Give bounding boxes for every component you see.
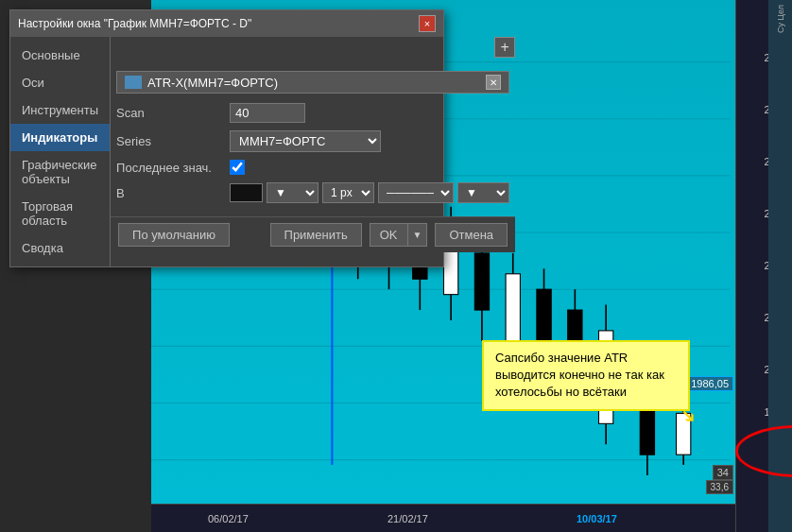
- last-value-label: Последнее знач.: [116, 161, 230, 175]
- series-label: Series: [116, 134, 230, 148]
- color-dropdown[interactable]: ▼: [267, 182, 319, 203]
- time-label-1: 06/02/17: [208, 513, 249, 524]
- default-button[interactable]: По умолчанию: [118, 223, 230, 247]
- extra-dropdown[interactable]: ▼: [457, 182, 509, 203]
- add-indicator-button[interactable]: +: [494, 37, 515, 58]
- series-row: Series ММН7=ФОРТС: [116, 130, 509, 152]
- indicator-header: ATR-X(ММН7=ФОРТС) ✕: [116, 71, 509, 94]
- ok-dropdown-arrow[interactable]: ▼: [408, 223, 428, 247]
- time-label-3: 10/03/17: [577, 513, 617, 524]
- indicator-remove-button[interactable]: ✕: [486, 75, 501, 90]
- sidebar-item-instrumenty[interactable]: Инструменты: [10, 96, 110, 124]
- atr-value-box2: 33,6: [706, 480, 733, 494]
- color-picker-button[interactable]: [230, 183, 263, 202]
- atr-value-box: 34: [713, 465, 733, 480]
- dialog-close-button[interactable]: ×: [419, 15, 436, 32]
- sidebar-item-torgovaya[interactable]: Торговая область: [10, 193, 110, 234]
- sidebar-label-1: Цел: [776, 5, 785, 21]
- series-select[interactable]: ММН7=ФОРТС: [230, 130, 381, 152]
- time-axis: 06/02/17 21/02/17 10/03/17: [151, 504, 735, 532]
- px-select[interactable]: 1 px 2 px 3 px: [322, 182, 374, 203]
- sidebar-item-osnovnye[interactable]: Основные: [10, 42, 110, 69]
- price-highlight-box: 1986,05: [686, 376, 733, 391]
- svg-rect-28: [506, 274, 520, 341]
- panel-content: + ATR-X(ММН7=ФОРТС) ✕ Scan Series ММН7=Ф: [111, 37, 515, 216]
- sidebar-label-2: Су: [776, 23, 785, 33]
- b-label: B: [116, 186, 230, 200]
- tooltip-annotation: Сапсибо значение ATR выводится конечно н…: [482, 340, 690, 411]
- sidebar-item-svodka[interactable]: Сводка: [10, 234, 110, 262]
- panel-right-wrapper: + ATR-X(ММН7=ФОРТС) ✕ Scan Series ММН7=Ф: [111, 37, 515, 266]
- dialog-title-bar: Настройки окна "График ММН7=ФОРТС - D" ×: [10, 10, 443, 37]
- dialog-title: Настройки окна "График ММН7=ФОРТС - D": [18, 17, 251, 30]
- dialog-body: Основные Оси Инструменты Индикаторы Граф…: [10, 37, 443, 266]
- line-style-select[interactable]: ─────── - - - -: [378, 182, 454, 203]
- last-value-row: Последнее знач.: [116, 160, 509, 175]
- nav-sidebar: Основные Оси Инструменты Индикаторы Граф…: [10, 37, 111, 266]
- sidebar-item-graficheskie[interactable]: Графические объекты: [10, 151, 110, 193]
- time-label-2: 21/02/17: [387, 513, 428, 524]
- scan-input[interactable]: [230, 103, 305, 123]
- settings-dialog: Настройки окна "График ММН7=ФОРТС - D" ×…: [9, 9, 444, 267]
- dialog-footer: По умолчанию Применить OK ▼ Отмена: [111, 216, 515, 252]
- cancel-button[interactable]: Отмена: [435, 223, 508, 247]
- scan-label: Scan: [116, 106, 230, 120]
- indicator-icon: [125, 76, 142, 89]
- ok-button[interactable]: OK: [370, 223, 408, 247]
- last-value-checkbox[interactable]: [230, 160, 245, 175]
- indicator-name: ATR-X(ММН7=ФОРТС): [147, 76, 486, 90]
- scan-row: Scan: [116, 103, 509, 123]
- ok-button-group: OK ▼: [370, 223, 428, 247]
- sidebar-item-osi[interactable]: Оси: [10, 69, 110, 96]
- b-row: B ▼ 1 px 2 px 3 px ───────: [116, 182, 509, 203]
- apply-button[interactable]: Применить: [270, 223, 362, 247]
- sidebar-item-indikatory[interactable]: Индикаторы: [10, 124, 110, 151]
